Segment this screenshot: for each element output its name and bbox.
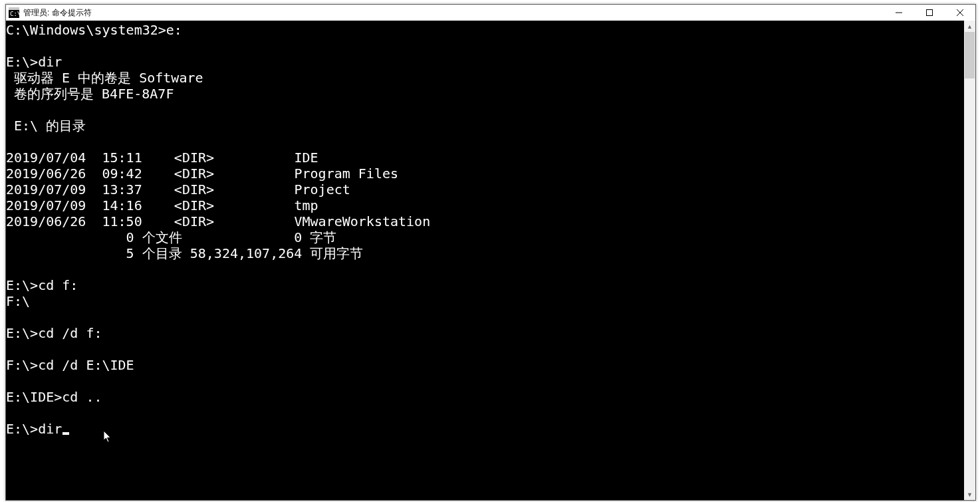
text-cursor (62, 432, 69, 435)
cmd-icon: C:\ (9, 7, 19, 18)
svg-rect-1 (9, 7, 19, 10)
client-area: C:\Windows\system32>e: E:\>dir 驱动器 E 中的卷… (6, 21, 975, 500)
scroll-up-arrow[interactable]: ▲ (964, 21, 975, 32)
svg-text:C:\: C:\ (10, 11, 19, 17)
current-command-line[interactable]: E:\>dir (6, 421, 62, 437)
titlebar[interactable]: C:\ 管理员: 命令提示符 (6, 5, 975, 21)
vertical-scrollbar[interactable]: ▲ ▼ (964, 21, 975, 500)
scroll-thumb[interactable] (965, 32, 975, 78)
window-title: 管理员: 命令提示符 (23, 7, 92, 19)
maximize-button[interactable] (914, 5, 945, 21)
scroll-down-arrow[interactable]: ▼ (964, 489, 975, 500)
close-button[interactable] (945, 5, 975, 21)
svg-rect-4 (927, 10, 933, 16)
command-prompt-window: C:\ 管理员: 命令提示符 C:\Windows\system32>e: E:… (5, 4, 976, 501)
minimize-button[interactable] (884, 5, 914, 21)
window-controls (884, 5, 975, 21)
terminal-output[interactable]: C:\Windows\system32>e: E:\>dir 驱动器 E 中的卷… (6, 21, 964, 500)
